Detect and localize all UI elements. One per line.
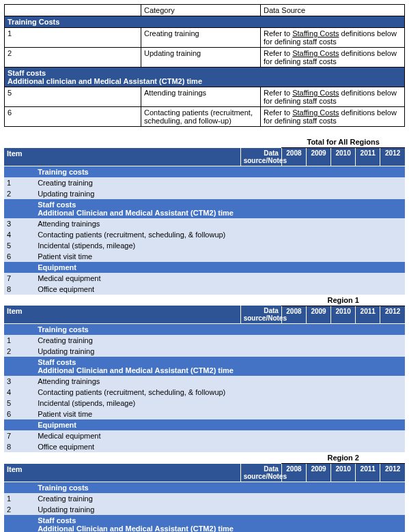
list-item: 3Attending trainings <box>4 376 405 387</box>
table-row: 1 Creating training Refer to Staffing Co… <box>5 28 405 48</box>
row-category: Contacting patients (recruitment, schedu… <box>141 107 261 127</box>
list-item: 5Incidental (stipends, mileage) <box>4 398 405 409</box>
list-item: 7Medical equipment <box>4 273 405 284</box>
category-row: Training costs <box>4 324 405 336</box>
row-num: 1 <box>5 28 141 48</box>
region-label: Total for All Regions <box>281 136 405 148</box>
table-row: 6 Contacting patients (recruitment, sche… <box>5 107 405 127</box>
list-item: 1Creating training <box>4 493 405 504</box>
list-item: 2Updating training <box>4 346 405 357</box>
year-header: 2010 <box>331 306 356 324</box>
list-item: 8Office equipment <box>4 441 405 452</box>
year-header: 2009 <box>306 306 330 324</box>
row-category: Creating training <box>141 28 261 48</box>
row-num: 2 <box>5 48 141 68</box>
region-super-header: Region 2 <box>4 452 405 464</box>
table-row: 2 Updating training Refer to Staffing Co… <box>5 48 405 68</box>
data-source-notes-header: Data source/Notes <box>240 148 281 166</box>
region-1-table: Region 1 Item Data source/Notes 2008 200… <box>4 295 405 453</box>
definitions-table: Category Data Source Training Costs 1 Cr… <box>4 4 405 127</box>
column-header-row: Item Data source/Notes 2008 2009 2010 20… <box>4 306 405 324</box>
year-header: 2010 <box>331 464 356 482</box>
year-header: 2012 <box>380 464 405 482</box>
category-header: Category <box>141 5 261 16</box>
list-item: 7Medical equipment <box>4 430 405 441</box>
category-row: Staff costsAdditional Clinician and Medi… <box>4 199 405 218</box>
category-row: Training costs <box>4 482 405 493</box>
row-source: Refer to Staffing Costs definitions belo… <box>261 107 405 127</box>
item-header: Item <box>4 464 35 482</box>
year-header: 2012 <box>380 306 405 324</box>
year-header: 2011 <box>356 306 380 324</box>
staffing-costs-link[interactable]: Staffing Costs <box>292 108 339 117</box>
list-item: 5Incidental (stipends, mileage) <box>4 240 405 251</box>
data-source-notes-header: Data source/Notes <box>240 306 281 324</box>
list-item: 1Creating training <box>4 335 405 346</box>
row-category: Updating training <box>141 48 261 68</box>
total-all-regions-table: Total for All Regions Item Data source/N… <box>4 136 405 295</box>
region-2-table: Region 2 Item Data source/Notes 2008 200… <box>4 452 405 532</box>
list-item: 1Creating training <box>4 177 405 188</box>
table-row: 5 Attending trainings Refer to Staffing … <box>5 87 405 107</box>
item-header: Item <box>4 306 35 324</box>
category-row: Staff costsAdditional Clinician and Medi… <box>4 515 405 533</box>
category-row: Equipment <box>4 262 405 273</box>
list-item: 2Updating training <box>4 504 405 515</box>
category-row: Equipment <box>4 419 405 430</box>
region-label: Region 1 <box>281 295 405 306</box>
row-num: 5 <box>5 87 141 107</box>
staffing-costs-link[interactable]: Staffing Costs <box>292 49 339 57</box>
year-header: 2011 <box>356 148 380 166</box>
data-source-notes-header: Data source/Notes <box>240 464 281 482</box>
year-header: 2009 <box>306 148 330 166</box>
list-item: 4Contacting patients (recruitment, sched… <box>4 387 405 398</box>
year-header: 2012 <box>380 148 405 166</box>
staffing-costs-link[interactable]: Staffing Costs <box>292 89 339 97</box>
year-header: 2010 <box>331 148 356 166</box>
row-source: Refer to Staffing Costs definitions belo… <box>261 87 405 107</box>
training-costs-title: Training Costs <box>5 16 405 28</box>
training-costs-section: Training Costs <box>5 16 405 28</box>
list-item: 6Patient visit time <box>4 251 405 262</box>
blank-header <box>5 5 141 16</box>
staff-costs-title: Staff costs Additional clinician and Med… <box>5 68 405 87</box>
region-super-header: Region 1 <box>4 295 405 306</box>
row-num: 6 <box>5 107 141 127</box>
column-header-row: Item Data source/Notes 2008 2009 2010 20… <box>4 148 405 166</box>
year-header: 2009 <box>306 464 330 482</box>
row-source: Refer to Staffing Costs definitions belo… <box>261 48 405 68</box>
list-item: 3Attending trainings <box>4 218 405 229</box>
category-row: Training costs <box>4 166 405 177</box>
region-super-header: Total for All Regions <box>4 136 405 148</box>
staffing-costs-link[interactable]: Staffing Costs <box>292 29 339 38</box>
staff-costs-section: Staff costs Additional clinician and Med… <box>5 68 405 87</box>
definitions-header-row: Category Data Source <box>5 5 405 16</box>
item-header: Item <box>4 148 35 166</box>
row-category: Attending trainings <box>141 87 261 107</box>
column-header-row: Item Data source/Notes 2008 2009 2010 20… <box>4 464 405 482</box>
data-source-header: Data Source <box>261 5 405 16</box>
list-item: 4Contacting patients (recruitment, sched… <box>4 229 405 240</box>
list-item: 2Updating training <box>4 188 405 199</box>
list-item: 8Office equipment <box>4 284 405 295</box>
list-item: 6Patient visit time <box>4 409 405 419</box>
row-source: Refer to Staffing Costs definitions belo… <box>261 28 405 48</box>
region-label: Region 2 <box>281 452 405 464</box>
category-row: Staff costsAdditional Clinician and Medi… <box>4 357 405 376</box>
year-header: 2011 <box>356 464 380 482</box>
